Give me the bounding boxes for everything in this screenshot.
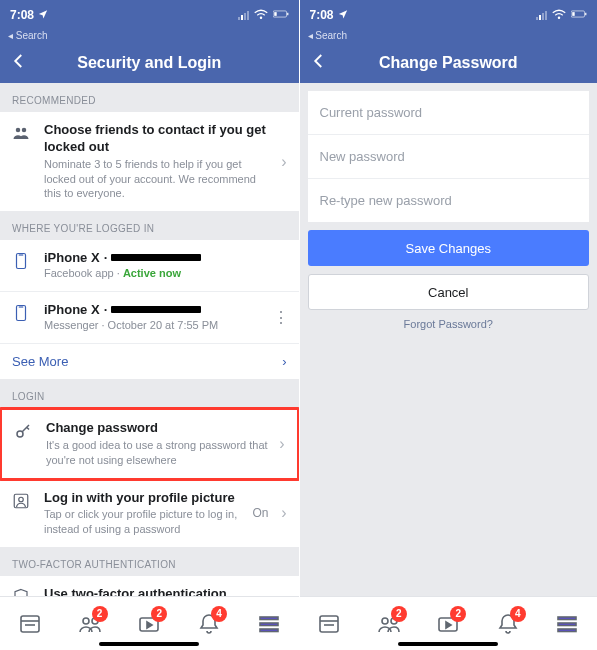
session-device: iPhone X (44, 302, 100, 317)
screen-change-password: 7:08 ◂ Search Change Password (299, 0, 598, 650)
back-to-search[interactable]: ◂ Search (0, 30, 299, 43)
badge: 4 (510, 606, 526, 622)
chevron-right-icon: › (273, 153, 287, 171)
tab-menu[interactable] (547, 604, 587, 644)
row-subtitle: It's a good idea to use a strong passwor… (46, 438, 271, 468)
row-change-password[interactable]: Change password It's a good idea to use … (2, 410, 297, 478)
header: Change Password (300, 43, 598, 83)
key-icon (14, 422, 36, 444)
session-device: iPhone X (44, 250, 100, 265)
svg-rect-34 (558, 629, 576, 632)
friends-icon (12, 124, 34, 146)
row-title: Choose friends to contact if you get loc… (44, 122, 273, 156)
phone-icon (12, 304, 34, 326)
section-two-factor-label: TWO-FACTOR AUTHENTICATION (0, 547, 299, 576)
svg-rect-8 (17, 306, 26, 321)
svg-point-16 (83, 618, 89, 624)
tab-notifications[interactable]: 4 (189, 604, 229, 644)
save-changes-button[interactable]: Save Changes (308, 230, 590, 266)
redacted-location (111, 306, 201, 313)
svg-rect-26 (320, 616, 338, 632)
more-options-icon[interactable]: ⋮ (273, 308, 287, 327)
svg-rect-20 (260, 623, 278, 626)
svg-rect-13 (21, 616, 39, 632)
row-title: Change password (46, 420, 271, 437)
session-app: Facebook app (44, 267, 114, 279)
badge: 2 (92, 606, 108, 622)
tab-watch[interactable]: 2 (129, 604, 169, 644)
tab-watch[interactable]: 2 (428, 604, 468, 644)
header: Security and Login (0, 43, 299, 83)
tab-news-feed[interactable] (309, 604, 349, 644)
chevron-right-icon: › (273, 504, 287, 522)
session-app: Messenger (44, 319, 98, 331)
new-password-input[interactable] (308, 135, 590, 178)
forgot-password-link[interactable]: Forgot Password? (300, 318, 598, 330)
badge: 2 (151, 606, 167, 622)
badge: 2 (450, 606, 466, 622)
screen-security-and-login: 7:08 ◂ Search Security and Login RECOMME… (0, 0, 299, 650)
section-recommended-label: RECOMMENDED (0, 83, 299, 112)
row-profile-picture-login[interactable]: Log in with your profile picture Tap or … (0, 480, 299, 548)
tab-news-feed[interactable] (10, 604, 50, 644)
row-title: Use two-factor authentication (44, 586, 273, 596)
row-subtitle: Nominate 3 to 5 friends to help if you g… (44, 157, 273, 202)
home-indicator (398, 642, 498, 646)
status-right (238, 8, 289, 22)
retype-password-input[interactable] (308, 179, 590, 222)
session-row[interactable]: iPhone X · Messenger · October 20 at 7:5… (0, 292, 299, 344)
tab-notifications[interactable]: 4 (488, 604, 528, 644)
badge: 2 (391, 606, 407, 622)
home-indicator (99, 642, 199, 646)
page-title: Security and Login (10, 54, 289, 72)
tab-menu[interactable] (249, 604, 289, 644)
status-right (536, 8, 587, 22)
row-title: Log in with your profile picture (44, 490, 252, 507)
tab-bar: 2 2 4 (0, 596, 299, 650)
svg-point-29 (382, 618, 388, 624)
tab-friends[interactable]: 2 (369, 604, 409, 644)
tab-friends[interactable]: 2 (70, 604, 110, 644)
badge: 4 (211, 606, 227, 622)
status-bar: 7:08 (300, 0, 598, 30)
chevron-right-icon: › (271, 435, 285, 453)
battery-icon (571, 8, 587, 22)
row-two-factor[interactable]: Use two-factor authentication Log in wit… (0, 576, 299, 596)
chevron-right-icon: › (282, 354, 286, 369)
row-subtitle: Tap or click your profile picture to log… (44, 507, 252, 537)
wifi-icon (551, 8, 567, 22)
cancel-button[interactable]: Cancel (308, 274, 590, 310)
current-password-input[interactable] (308, 91, 590, 134)
svg-rect-6 (17, 254, 26, 269)
back-to-search[interactable]: ◂ Search (300, 30, 598, 43)
svg-rect-19 (260, 617, 278, 620)
tab-bar: 2 2 4 (300, 596, 598, 650)
svg-rect-21 (260, 629, 278, 632)
page-title: Change Password (310, 54, 588, 72)
svg-point-5 (22, 128, 27, 133)
shield-icon (12, 588, 34, 596)
see-more-link[interactable]: See More › (0, 344, 299, 379)
svg-rect-25 (572, 12, 574, 16)
wifi-icon (253, 8, 269, 22)
section-login-label: LOGIN (0, 379, 299, 408)
profile-picture-icon (12, 492, 34, 514)
session-row[interactable]: iPhone X · Facebook app · Active now (0, 240, 299, 292)
redacted-location (111, 254, 201, 261)
row-choose-friends[interactable]: Choose friends to contact if you get loc… (0, 112, 299, 211)
row-trail-value: On (252, 506, 268, 520)
svg-point-4 (16, 128, 21, 133)
svg-point-22 (558, 17, 559, 18)
status-bar: 7:08 (0, 0, 299, 30)
location-arrow-icon (38, 8, 48, 22)
phone-icon (12, 252, 34, 274)
location-arrow-icon (338, 8, 348, 22)
battery-icon (273, 8, 289, 22)
session-meta: October 20 at 7:55 PM (108, 319, 219, 331)
section-logged-in-label: WHERE YOU'RE LOGGED IN (0, 211, 299, 240)
svg-rect-11 (14, 494, 28, 508)
status-time: 7:08 (310, 8, 334, 22)
session-meta: Active now (123, 267, 181, 279)
svg-rect-33 (558, 623, 576, 626)
svg-rect-32 (558, 617, 576, 620)
